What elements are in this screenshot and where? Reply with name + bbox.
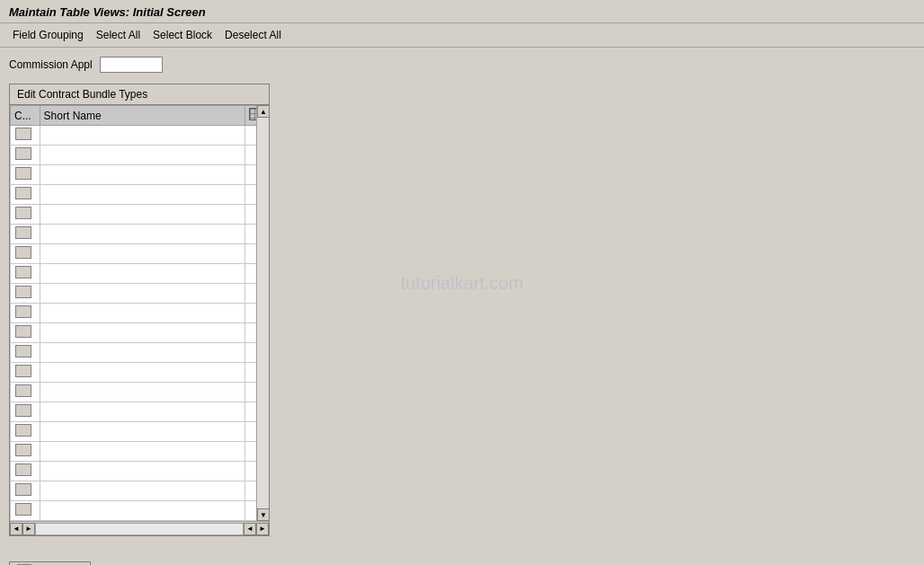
commission-input[interactable] — [100, 57, 163, 73]
short-name-cell[interactable] — [40, 146, 244, 165]
commission-row: Commission Appl — [9, 57, 915, 73]
position-button[interactable]: Position... — [9, 561, 91, 565]
data-table: C... Short Name — [10, 105, 269, 521]
row-selector[interactable] — [15, 325, 31, 338]
row-selector[interactable] — [15, 147, 31, 160]
row-selector-cell — [11, 126, 40, 146]
menu-field-grouping[interactable]: Field Grouping — [7, 27, 89, 43]
table-row — [11, 185, 269, 205]
table-row — [11, 422, 269, 442]
row-selector-cell — [11, 185, 40, 205]
footer-area: Position... Entry 0 of 0 — [0, 554, 924, 565]
row-selector-cell — [11, 383, 40, 402]
short-name-cell[interactable] — [40, 126, 244, 146]
short-name-cell[interactable] — [40, 462, 244, 481]
short-name-cell[interactable] — [40, 402, 244, 422]
row-selector[interactable] — [15, 226, 31, 239]
table-scroll-area: C... Short Name — [10, 105, 269, 521]
scroll-down-button[interactable]: ▼ — [257, 508, 270, 521]
row-selector-cell — [11, 462, 40, 481]
row-selector-cell — [11, 343, 40, 363]
row-selector[interactable] — [15, 305, 31, 318]
short-name-cell[interactable] — [40, 481, 244, 501]
row-selector[interactable] — [15, 483, 31, 496]
row-selector-cell — [11, 442, 40, 462]
row-selector-cell — [11, 264, 40, 284]
table-row — [11, 323, 269, 343]
row-selector-cell — [11, 363, 40, 383]
short-name-cell[interactable] — [40, 323, 244, 343]
row-selector-cell — [11, 323, 40, 343]
short-name-cell[interactable] — [40, 383, 244, 402]
table-area: C... Short Name — [10, 105, 269, 521]
table-row — [11, 205, 269, 225]
short-name-cell[interactable] — [40, 205, 244, 225]
short-name-cell[interactable] — [40, 244, 244, 264]
scroll-left-button[interactable]: ◄ — [10, 523, 22, 535]
row-selector[interactable] — [15, 246, 31, 259]
row-selector[interactable] — [15, 207, 31, 219]
short-name-cell[interactable] — [40, 442, 244, 462]
table-row — [11, 343, 269, 363]
short-name-cell[interactable] — [40, 422, 244, 442]
short-name-cell[interactable] — [40, 225, 244, 244]
row-selector-cell — [11, 146, 40, 165]
table-row — [11, 264, 269, 284]
table-row — [11, 126, 269, 146]
table-container: Edit Contract Bundle Types C... Short Na… — [9, 84, 270, 536]
row-selector[interactable] — [15, 187, 31, 199]
menu-deselect-all[interactable]: Deselect All — [219, 27, 287, 43]
table-row — [11, 363, 269, 383]
scroll-up-button[interactable]: ▲ — [257, 105, 270, 118]
row-selector[interactable] — [15, 503, 31, 516]
short-name-cell[interactable] — [40, 343, 244, 363]
short-name-cell[interactable] — [40, 304, 244, 323]
table-row — [11, 225, 269, 244]
short-name-cell[interactable] — [40, 185, 244, 205]
row-selector[interactable] — [15, 463, 31, 476]
row-selector-cell — [11, 284, 40, 304]
row-selector[interactable] — [15, 404, 31, 417]
row-selector[interactable] — [15, 384, 31, 397]
scroll-track — [257, 118, 269, 508]
table-row — [11, 501, 269, 521]
table-row — [11, 402, 269, 422]
scroll-right-button[interactable]: ► — [22, 523, 35, 535]
short-name-cell[interactable] — [40, 284, 244, 304]
short-name-cell[interactable] — [40, 501, 244, 521]
table-row — [11, 442, 269, 462]
row-selector[interactable] — [15, 128, 31, 140]
short-name-cell[interactable] — [40, 264, 244, 284]
h-scroll-track — [35, 523, 244, 535]
table-row — [11, 304, 269, 323]
row-selector-cell — [11, 225, 40, 244]
col-header-short-name: Short Name — [40, 106, 244, 126]
table-row — [11, 383, 269, 402]
row-selector[interactable] — [15, 266, 31, 278]
table-row — [11, 165, 269, 185]
table-row — [11, 146, 269, 165]
row-selector-cell — [11, 402, 40, 422]
content-area: Commission Appl Edit Contract Bundle Typ… — [0, 48, 924, 545]
row-selector[interactable] — [15, 424, 31, 437]
row-selector[interactable] — [15, 345, 31, 358]
table-row — [11, 284, 269, 304]
row-selector-cell — [11, 304, 40, 323]
row-selector[interactable] — [15, 286, 31, 298]
horizontal-scrollbar-row: ◄ ► ◄ ► — [10, 521, 269, 535]
menu-select-all[interactable]: Select All — [91, 27, 146, 43]
commission-label: Commission Appl — [9, 58, 93, 71]
short-name-cell[interactable] — [40, 165, 244, 185]
col-header-c: C... — [11, 106, 40, 126]
scroll-left2-button[interactable]: ◄ — [244, 523, 256, 535]
row-selector-cell — [11, 422, 40, 442]
row-selector[interactable] — [15, 444, 31, 456]
menu-select-block[interactable]: Select Block — [147, 27, 218, 43]
row-selector[interactable] — [15, 167, 31, 180]
scroll-right2-button[interactable]: ► — [256, 523, 269, 535]
row-selector-cell — [11, 205, 40, 225]
short-name-cell[interactable] — [40, 363, 244, 383]
table-row — [11, 481, 269, 501]
row-selector[interactable] — [15, 365, 31, 377]
table-row — [11, 462, 269, 481]
